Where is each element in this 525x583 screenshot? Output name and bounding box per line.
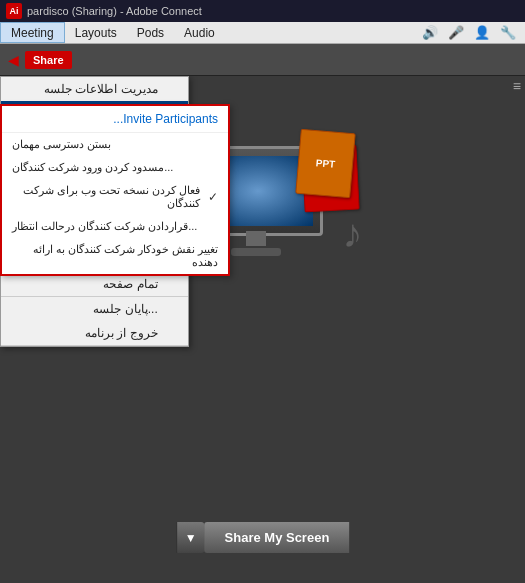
menu-item-meeting[interactable]: Meeting <box>0 22 65 43</box>
window-title: pardisco (Sharing) - Adobe Connect <box>27 5 202 17</box>
menu-entry-manage-info[interactable]: مدیریت اطلاعات جلسه <box>1 77 188 101</box>
submenu-item-enable-web[interactable]: ✓ فعال کردن نسخه تحت وب برای شرکت کنندگا… <box>2 179 228 215</box>
submenu-item-auto-promote[interactable]: تغییر نقش خودکار شرکت کنندگان به ارائه د… <box>2 238 228 274</box>
microphone-icon[interactable]: 🎤 <box>445 23 467 42</box>
share-screen-dropdown-button[interactable]: ▼ <box>176 522 205 553</box>
share-my-screen-button[interactable]: Share My Screen <box>205 522 350 553</box>
user-icon[interactable]: 👤 <box>471 23 493 42</box>
submenu-invite-header[interactable]: Invite Participants... <box>2 106 228 133</box>
checkmark-icon: ✓ <box>208 190 218 204</box>
panel-menu-icon[interactable]: ≡ <box>513 78 521 94</box>
menu-entry-end-session[interactable]: ...پایان جلسه <box>1 297 188 321</box>
menu-section-5: ...پایان جلسه خروج از برنامه <box>1 297 188 346</box>
menu-item-audio[interactable]: Audio <box>174 22 225 43</box>
title-bar: Ai pardisco (Sharing) - Adobe Connect <box>0 0 525 22</box>
menu-item-layouts[interactable]: Layouts <box>65 22 127 43</box>
share-screen-button-group: Share My Screen ▼ <box>176 522 350 553</box>
monitor-base <box>231 248 281 256</box>
adobe-logo-icon: Ai <box>6 3 22 19</box>
speaker-icon[interactable]: 🔊 <box>419 23 441 42</box>
menu-bar-icons: 🔊 🎤 👤 🔧 <box>419 23 525 42</box>
submenu-item-block-entry[interactable]: ...مسدود کردن ورود شرکت کنندگان <box>2 156 228 179</box>
toolbar: ◀ Share <box>0 44 525 76</box>
dropdown-arrow-icon: ▼ <box>185 531 197 545</box>
submenu-item-waiting-room[interactable]: ...قراردادن شرکت کنندگان درحالت انتظار <box>2 215 228 238</box>
monitor-stand <box>246 231 266 246</box>
ppt-icon: PPT <box>295 129 355 199</box>
toolbar-arrow-icon[interactable]: ◀ <box>8 52 19 68</box>
music-note-icon: ♪ <box>343 211 363 256</box>
menu-item-pods[interactable]: Pods <box>127 22 174 43</box>
main-content: ≡ مدیریت اطلاعات جلسه مدیریت دسترسی ها ▶… <box>0 76 525 583</box>
toolbar-share-button[interactable]: Share <box>25 51 72 69</box>
settings-icon[interactable]: 🔧 <box>497 23 519 42</box>
menu-entry-exit[interactable]: خروج از برنامه <box>1 321 188 345</box>
submenu-item-close-guest[interactable]: بستن دسترسی مهمان <box>2 133 228 156</box>
menu-bar: Meeting Layouts Pods Audio 🔊 🎤 👤 🔧 <box>0 22 525 44</box>
submenu: Invite Participants... بستن دسترسی مهمان… <box>0 104 230 276</box>
dropdown-overlay: مدیریت اطلاعات جلسه مدیریت دسترسی ها ▶ ت… <box>0 76 189 347</box>
